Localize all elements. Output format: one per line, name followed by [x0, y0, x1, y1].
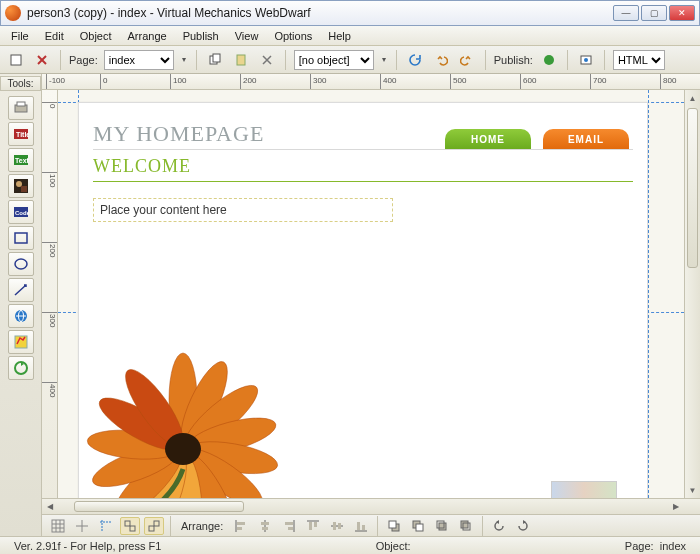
snap-center[interactable] — [72, 517, 92, 535]
menu-options[interactable]: Options — [267, 28, 319, 44]
publish-label: Publish: — [494, 54, 533, 66]
ruler-v-tick: 400 — [42, 382, 57, 397]
redo-button[interactable] — [457, 50, 477, 70]
scroll-left-icon[interactable]: ◀ — [42, 499, 58, 514]
align-left[interactable] — [231, 517, 251, 535]
new-page-button[interactable] — [6, 50, 26, 70]
minimize-button[interactable]: — — [613, 5, 639, 21]
tool-rectangle[interactable] — [8, 226, 34, 250]
snap-object-b[interactable] — [144, 517, 164, 535]
page-select-more-icon[interactable]: ▾ — [180, 55, 188, 64]
rotate-right[interactable] — [513, 517, 533, 535]
ruler-h-tick: 0 — [100, 74, 107, 89]
tool-code[interactable]: Code — [8, 200, 34, 224]
flower-image[interactable] — [63, 339, 303, 498]
menu-publish[interactable]: Publish — [176, 28, 226, 44]
delete-page-button[interactable] — [32, 50, 52, 70]
svg-point-21 — [15, 259, 27, 269]
ruler-h-tick: 200 — [240, 74, 256, 89]
bring-forward[interactable] — [432, 517, 452, 535]
close-button[interactable]: ✕ — [669, 5, 695, 21]
send-back[interactable] — [408, 517, 428, 535]
align-bottom[interactable] — [351, 517, 371, 535]
svg-rect-17 — [21, 186, 27, 192]
svg-rect-60 — [389, 521, 396, 528]
tool-color[interactable] — [8, 330, 34, 354]
refresh-button[interactable] — [405, 50, 425, 70]
svg-rect-54 — [314, 522, 317, 527]
scroll-down-icon[interactable]: ▼ — [685, 482, 700, 498]
thumbnail-image[interactable] — [551, 481, 617, 498]
preview-button[interactable] — [576, 50, 596, 70]
maximize-button[interactable]: ▢ — [641, 5, 667, 21]
menu-view[interactable]: View — [228, 28, 266, 44]
menu-help[interactable]: Help — [321, 28, 358, 44]
snap-guides[interactable] — [96, 517, 116, 535]
paste-button[interactable] — [231, 50, 251, 70]
content-placeholder[interactable]: Place your content here — [93, 198, 393, 222]
snap-object-a[interactable] — [120, 517, 140, 535]
tool-image[interactable] — [8, 174, 34, 198]
svg-rect-5 — [237, 55, 245, 65]
ruler-horizontal[interactable]: -100 0 100 200 300 400 500 600 700 800 — [42, 74, 700, 90]
tool-link[interactable] — [8, 304, 34, 328]
scrollbar-horizontal[interactable]: ◀ ▶ — [42, 498, 700, 514]
copy-button[interactable] — [205, 50, 225, 70]
menu-edit[interactable]: Edit — [38, 28, 71, 44]
rotate-left[interactable] — [489, 517, 509, 535]
nav-tab-email[interactable]: EMAIL — [543, 129, 629, 149]
object-select-more-icon[interactable]: ▾ — [380, 55, 388, 64]
object-select[interactable]: [no object] — [294, 50, 374, 70]
svg-rect-58 — [362, 525, 365, 530]
undo-button[interactable] — [431, 50, 451, 70]
align-center-v[interactable] — [327, 517, 347, 535]
nav-tab-home[interactable]: HOME — [445, 129, 531, 149]
align-top[interactable] — [303, 517, 323, 535]
scroll-up-icon[interactable]: ▲ — [685, 90, 700, 106]
tool-text[interactable]: Text — [8, 148, 34, 172]
ruler-v-tick: 100 — [42, 172, 57, 187]
tool-refresh-green[interactable] — [8, 356, 34, 380]
grid-toggle[interactable] — [48, 517, 68, 535]
ruler-vertical[interactable]: 0 100 200 300 400 — [42, 90, 58, 498]
publish-button[interactable] — [539, 50, 559, 70]
welcome-heading[interactable]: WELCOME — [93, 150, 633, 182]
page-select[interactable]: index — [104, 50, 174, 70]
svg-rect-42 — [52, 520, 64, 532]
svg-rect-62 — [416, 524, 423, 531]
content-panel: WELCOME Place your content here — [93, 149, 633, 498]
guide-vertical[interactable] — [648, 90, 649, 498]
ruler-v-tick: 300 — [42, 312, 57, 327]
align-right[interactable] — [279, 517, 299, 535]
scrollbar-vertical[interactable]: ▲ ▼ — [684, 90, 700, 498]
svg-rect-20 — [15, 233, 27, 243]
canvas[interactable]: MY HOMEPAGE HOME EMAIL WELCOME Place you… — [58, 90, 684, 498]
align-center-h[interactable] — [255, 517, 275, 535]
language-select[interactable]: HTML — [613, 50, 665, 70]
tool-ellipse[interactable] — [8, 252, 34, 276]
scroll-thumb-vertical[interactable] — [687, 108, 698, 268]
scroll-right-icon[interactable]: ▶ — [668, 499, 684, 514]
bring-front[interactable] — [384, 517, 404, 535]
ruler-h-tick: 300 — [310, 74, 326, 89]
status-page-label: Page: index — [617, 540, 694, 552]
tool-print[interactable] — [8, 96, 34, 120]
menu-arrange[interactable]: Arrange — [121, 28, 174, 44]
page-heading[interactable]: MY HOMEPAGE — [93, 121, 264, 147]
svg-rect-51 — [285, 522, 293, 525]
tools-panel: Tools: Title Text Code — [0, 74, 42, 536]
page-document[interactable]: MY HOMEPAGE HOME EMAIL WELCOME Place you… — [78, 102, 648, 498]
workspace: -100 0 100 200 300 400 500 600 700 800 0… — [42, 74, 700, 536]
page-label: Page: — [69, 54, 98, 66]
scroll-thumb-horizontal[interactable] — [74, 501, 244, 512]
menu-file[interactable]: File — [4, 28, 36, 44]
tools-header: Tools: — [0, 76, 41, 91]
send-backward[interactable] — [456, 517, 476, 535]
cut-button[interactable] — [257, 50, 277, 70]
ruler-h-tick: -100 — [46, 74, 65, 89]
tool-title[interactable]: Title — [8, 122, 34, 146]
arrange-label: Arrange: — [181, 520, 223, 532]
svg-rect-57 — [357, 522, 360, 530]
menu-object[interactable]: Object — [73, 28, 119, 44]
tool-line[interactable] — [8, 278, 34, 302]
